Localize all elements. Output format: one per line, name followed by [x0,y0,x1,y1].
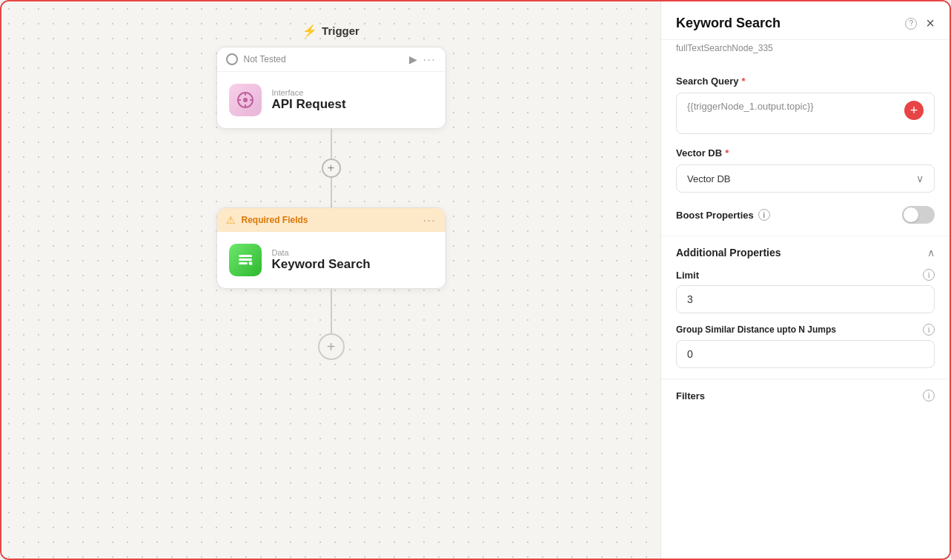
filters-label-text: Filters [676,390,705,401]
additional-properties-title: Additional Properties [676,247,781,259]
connector-bottom [331,289,332,333]
group-similar-label: Group Similar Distance upto N Jumps [676,324,836,335]
search-query-input[interactable]: {{triggerNode_1.output.topic}} + [676,93,935,134]
node1-name: API Request [272,97,346,112]
vector-db-label-text: Vector DB [676,147,722,159]
vector-db-field: Vector DB * Vector DB ∨ [676,147,935,193]
add-variable-button[interactable]: + [904,101,924,120]
required-fields-header: ⚠ Required Fields ··· [217,208,445,232]
search-query-field: Search Query * {{triggerNode_1.output.to… [676,76,935,134]
add-node-button-bottom[interactable]: + [318,333,345,360]
node2-body: Data Keyword Search [217,232,445,288]
boost-properties-label: Boost Properties i [676,209,770,221]
vector-db-label: Vector DB * [676,147,935,159]
panel-header-actions: ? × [905,15,935,32]
boost-properties-info-icon[interactable]: i [758,209,770,221]
node2-info: Data Keyword Search [272,248,371,272]
canvas-area: ⚡ Trigger Not Tested ▶ ··· [1,1,660,559]
panel-title: Keyword Search [676,16,781,31]
trigger-bolt-icon: ⚡ [302,24,317,38]
additional-properties-chevron-icon: ∧ [927,247,935,259]
node2-more-button[interactable]: ··· [423,214,437,226]
node1-header: Not Tested ▶ ··· [217,47,445,72]
limit-input[interactable] [676,285,935,313]
limit-label: Limit [676,270,699,281]
node1-icon [229,84,262,116]
search-query-label-text: Search Query [676,76,739,87]
node1-body: Interface API Request [217,72,445,128]
node2-type: Data [272,248,371,257]
additional-properties-section: Additional Properties ∧ Limit i Group Si… [661,236,950,379]
api-request-node: Not Tested ▶ ··· [216,47,446,129]
limit-field-row: Limit i [676,269,935,281]
required-header-left: ⚠ Required Fields [226,214,308,226]
group-similar-field-row: Group Similar Distance upto N Jumps i [676,324,935,336]
vector-db-required-star: * [725,147,729,159]
node1-status-circle [226,53,238,65]
panel-close-button[interactable]: × [926,15,935,32]
trigger-text: Trigger [322,24,359,37]
node1-type: Interface [272,88,346,97]
panel-content: Search Query * {{triggerNode_1.output.to… [661,64,950,236]
additional-properties-header[interactable]: Additional Properties ∧ [676,247,935,259]
vector-db-chevron-icon: ∨ [916,173,924,184]
additional-properties-content: Limit i Group Similar Distance upto N Ju… [676,259,935,368]
warning-icon: ⚠ [226,214,236,226]
svg-rect-6 [239,255,252,257]
node2-icon [229,244,262,276]
node2-name: Keyword Search [272,257,371,272]
required-text: Required Fields [242,215,308,225]
filters-info-icon[interactable]: i [923,390,935,401]
group-similar-info-icon[interactable]: i [923,324,935,336]
filters-label: Filters [676,390,705,401]
connector-1 [331,129,332,159]
connector-2 [331,178,332,207]
vector-db-value: Vector DB [687,173,731,184]
svg-point-1 [243,98,248,102]
svg-rect-8 [239,262,248,264]
node1-info: Interface API Request [272,88,346,112]
node1-more-button[interactable]: ··· [423,53,437,65]
node1-header-actions: ▶ ··· [409,53,437,65]
svg-rect-7 [239,259,252,261]
boost-properties-label-text: Boost Properties [676,210,754,221]
node1-status-text: Not Tested [244,54,286,64]
limit-info-icon[interactable]: i [923,269,935,281]
panel-header: Keyword Search ? × [661,1,950,40]
group-similar-input[interactable] [676,340,935,368]
filters-row: Filters i [676,390,935,401]
filters-section: Filters i [661,379,950,416]
search-query-label: Search Query * [676,76,935,87]
main-container: ⚡ Trigger Not Tested ▶ ··· [0,0,951,560]
add-node-button-1[interactable]: + [322,159,341,178]
boost-properties-toggle[interactable] [902,206,935,224]
vector-db-select[interactable]: Vector DB ∨ [676,164,935,193]
search-query-required-star: * [742,76,746,87]
boost-properties-row: Boost Properties i [676,206,935,224]
panel-subtitle: fullTextSearchNode_335 [661,40,950,64]
right-panel: Keyword Search ? × fullTextSearchNode_33… [660,1,950,559]
keyword-search-node: ⚠ Required Fields ··· Data [216,207,446,289]
panel-help-button[interactable]: ? [905,18,917,30]
limit-field: Limit i [676,269,935,313]
group-similar-field: Group Similar Distance upto N Jumps i [676,324,935,368]
node1-play-button[interactable]: ▶ [409,53,417,65]
node1-header-left: Not Tested [226,53,286,65]
trigger-label: ⚡ Trigger [302,24,359,38]
search-query-value: {{triggerNode_1.output.topic}} [687,101,904,112]
